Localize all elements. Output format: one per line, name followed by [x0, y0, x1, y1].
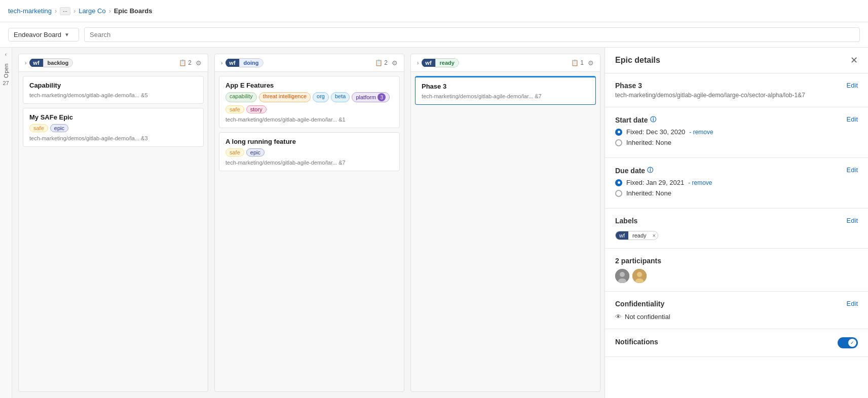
card-title-capability: Capability: [29, 82, 197, 89]
confidentiality-edit-link[interactable]: Edit: [847, 300, 858, 307]
labels-edit-link[interactable]: Edit: [847, 217, 858, 224]
card-long-running[interactable]: A long running feature safe epic tech-ma…: [219, 132, 400, 171]
epic-details-panel: Epic details ✕ Phase 3 tech-marketing/de…: [605, 48, 868, 398]
column-backlog: › wf backlog 📋 2 ⚙ Capability tech-marke…: [18, 54, 208, 392]
search-input[interactable]: [84, 27, 860, 42]
label-threat-intelligence: threat intelligence: [259, 92, 311, 102]
nav-sep-2: ›: [73, 8, 76, 15]
card-path-long-running: tech-marketing/demos/gitlab-agile-demo/l…: [225, 160, 393, 166]
col-count-doing: 📋 2: [375, 59, 388, 66]
wf-label-ready: wf: [422, 59, 435, 67]
expand-backlog-icon[interactable]: ›: [25, 60, 26, 66]
participants-label: 2 participants: [615, 257, 858, 265]
board-select[interactable]: Endeavor Board ▼: [8, 28, 79, 42]
radio-empty-start: [615, 139, 622, 146]
start-remove-link[interactable]: - remove: [689, 129, 713, 136]
label-org: org: [313, 92, 329, 102]
due-fixed-label: Fixed: Jan 29, 2021: [626, 179, 684, 186]
avatar-2: [632, 269, 647, 283]
status-label-ready: ready: [435, 58, 459, 67]
card-title-long-running: A long running feature: [225, 138, 393, 145]
card-capability[interactable]: Capability tech-marketing/demos/gitlab-a…: [23, 76, 204, 104]
label-epic-2: epic: [246, 148, 265, 156]
due-date-label: Due date ⓘ: [615, 166, 653, 175]
notifications-section: Notifications: [605, 329, 868, 357]
card-app-e-features[interactable]: App E Features capability threat intelli…: [219, 76, 400, 128]
column-header-ready: › wf ready 📋 1 ⚙: [411, 54, 600, 72]
label-epic: epic: [50, 124, 68, 132]
wf-badge-ready: wf ready: [422, 58, 459, 67]
phase-edit-link[interactable]: Edit: [847, 82, 858, 89]
nav-parent[interactable]: Large Co: [79, 7, 105, 15]
status-label-doing: doing: [239, 58, 263, 67]
wf-badge-doing: wf doing: [225, 58, 263, 67]
chevron-left-icon: ‹: [5, 52, 7, 57]
col-count-backlog: 📋 2: [179, 59, 192, 66]
column-ready: › wf ready 📋 1 ⚙ Phase 3 tech-marketing/…: [410, 54, 600, 392]
sidebar-count: 27: [3, 80, 9, 86]
due-fixed-option[interactable]: Fixed: Jan 29, 2021 - remove: [615, 179, 858, 186]
settings-icon-doing[interactable]: ⚙: [392, 59, 398, 67]
label-safe-2: safe: [225, 105, 244, 113]
breadcrumb: tech-marketing › ··· › Large Co › Epic B…: [0, 0, 868, 22]
due-date-section: Due date ⓘ Edit Fixed: Jan 29, 2021 - re…: [605, 158, 868, 209]
settings-icon-backlog[interactable]: ⚙: [196, 59, 202, 67]
nav-ellipsis[interactable]: ···: [60, 7, 70, 15]
phase-title: Phase 3: [615, 82, 805, 90]
label-capability: capability: [225, 92, 257, 102]
radio-filled-due: [615, 179, 622, 186]
svg-point-4: [637, 272, 642, 277]
labels-section: Labels Edit wf ready ×: [605, 209, 868, 249]
label-platform: platform 3: [352, 92, 390, 102]
start-date-edit-link[interactable]: Edit: [847, 115, 858, 123]
svg-point-1: [620, 272, 625, 277]
due-inherited-option[interactable]: Inherited: None: [615, 189, 858, 197]
card-path-capability: tech-marketing/demos/gitlab-agile-demo/l…: [29, 92, 197, 98]
nav-current: Epic Boards: [114, 7, 153, 15]
card-title-phase3: Phase 3: [422, 83, 589, 90]
main-layout: ‹ Open 27 › wf backlog 📋 2 ⚙: [0, 48, 868, 398]
wf-label-backlog: wf: [29, 59, 43, 67]
nav-org[interactable]: tech-marketing: [8, 7, 52, 15]
eye-icon: 👁: [615, 313, 622, 321]
start-date-label: Start date ⓘ: [615, 115, 656, 124]
wf-badge-backlog: wf backlog: [29, 58, 73, 67]
label-beta: beta: [331, 92, 350, 102]
card-safe-epic[interactable]: My SAFe Epic safe epic tech-marketing/de…: [23, 108, 204, 147]
start-date-section: Start date ⓘ Edit Fixed: Dec 30, 2020 - …: [605, 107, 868, 158]
participants-section: 2 participants: [605, 249, 868, 292]
card-labels-app-e-2: safe story: [225, 105, 393, 113]
settings-icon-ready[interactable]: ⚙: [588, 59, 594, 67]
panel-close-button[interactable]: ✕: [850, 56, 858, 65]
panel-title: Epic details: [615, 56, 660, 65]
start-fixed-option[interactable]: Fixed: Dec 30, 2020 - remove: [615, 128, 858, 136]
radio-empty-due: [615, 190, 622, 197]
start-inherited-option[interactable]: Inherited: None: [615, 139, 858, 146]
due-date-options: Fixed: Jan 29, 2021 - remove Inherited: …: [615, 179, 858, 197]
start-fixed-label: Fixed: Dec 30, 2020: [626, 128, 685, 136]
column-header-backlog: › wf backlog 📋 2 ⚙: [19, 54, 208, 72]
radio-filled-start: [615, 129, 622, 136]
avatar-1: [615, 269, 629, 283]
card-phase3[interactable]: Phase 3 tech-marketing/demos/gitlab-agil…: [415, 76, 596, 105]
sidebar-label: Open: [3, 63, 9, 78]
column-header-doing: › wf doing 📋 2 ⚙: [215, 54, 404, 72]
sidebar-toggle[interactable]: ‹ Open 27: [0, 48, 12, 398]
expand-ready-icon[interactable]: ›: [417, 60, 419, 66]
status-label-backlog: backlog: [43, 58, 73, 67]
column-doing: › wf doing 📋 2 ⚙ App E Features capabili…: [214, 54, 404, 392]
card-labels-app-e: capability threat intelligence org beta …: [225, 92, 393, 102]
column-cards-doing: App E Features capability threat intelli…: [215, 72, 404, 175]
wf-chip-value: ready: [628, 231, 651, 240]
due-remove-link[interactable]: - remove: [688, 179, 712, 186]
label-safe: safe: [29, 124, 48, 132]
expand-doing-icon[interactable]: ›: [221, 60, 222, 66]
notifications-toggle[interactable]: [838, 337, 858, 348]
column-cards-ready: Phase 3 tech-marketing/demos/gitlab-agil…: [411, 72, 600, 109]
due-inherited-label: Inherited: None: [626, 189, 671, 197]
due-date-edit-link[interactable]: Edit: [847, 166, 858, 174]
phase-section: Phase 3 tech-marketing/demos/gitlab-agil…: [605, 73, 868, 107]
card-path-safe-epic: tech-marketing/demos/gitlab-agile-demo/l…: [29, 135, 197, 141]
toolbar: Endeavor Board ▼: [0, 22, 868, 48]
label-remove-icon[interactable]: ×: [651, 232, 658, 238]
